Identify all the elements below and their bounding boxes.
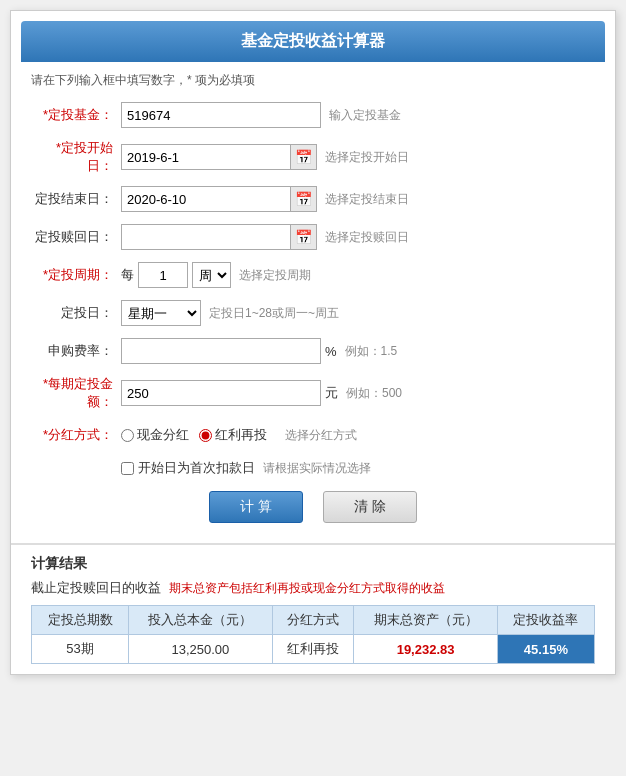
end-date-hint: 选择定投结束日: [325, 191, 409, 208]
start-date-hint: 选择定投开始日: [325, 149, 409, 166]
first-day-checkbox-label[interactable]: 开始日为首次扣款日: [121, 459, 255, 477]
dividend-row: 分红方式： 现金分红 红利再投 选择分红方式: [31, 421, 595, 449]
dividend-hint: 选择分红方式: [285, 427, 357, 444]
col-principal: 投入总本金（元）: [129, 606, 272, 635]
fund-hint: 输入定投基金: [329, 107, 401, 124]
start-date-input[interactable]: [121, 144, 291, 170]
result-title: 计算结果: [31, 555, 595, 573]
first-day-label: 开始日为首次扣款日: [138, 459, 255, 477]
fee-input[interactable]: [121, 338, 321, 364]
redeem-date-input[interactable]: [121, 224, 291, 250]
invest-day-label: 定投日：: [31, 304, 121, 322]
checkbox-hint: 请根据实际情况选择: [263, 460, 371, 477]
result-subtitle-desc: 期末总资产包括红利再投或现金分红方式取得的收益: [169, 580, 445, 597]
end-date-input[interactable]: [121, 186, 291, 212]
end-date-label: 定投结束日：: [31, 190, 121, 208]
col-periods: 定投总期数: [32, 606, 129, 635]
hint-text: 请在下列输入框中填写数字，* 项为必填项: [31, 72, 595, 89]
period-number-input[interactable]: [138, 262, 188, 288]
dividend-cash-option[interactable]: 现金分红: [121, 426, 189, 444]
button-row: 计 算 清 除: [31, 491, 595, 523]
fund-input[interactable]: [121, 102, 321, 128]
start-date-label: 定投开始日：: [31, 139, 121, 175]
invest-day-hint: 定投日1~28或周一~周五: [209, 305, 339, 322]
invest-day-row: 定投日： 星期一 星期二 星期三 星期四 星期五 定投日1~28或周一~周五: [31, 299, 595, 327]
cell-principal: 13,250.00: [129, 635, 272, 664]
result-table: 定投总期数 投入总本金（元） 分红方式 期末总资产（元） 定投收益率 53期 1…: [31, 605, 595, 664]
redeem-date-calendar-btn[interactable]: 📅: [291, 224, 317, 250]
amount-label: 每期定投金额：: [31, 375, 121, 411]
dividend-cash-label: 现金分红: [137, 426, 189, 444]
redeem-date-label: 定投赎回日：: [31, 228, 121, 246]
fund-row: 定投基金： 输入定投基金: [31, 101, 595, 129]
dividend-cash-radio[interactable]: [121, 429, 134, 442]
amount-hint: 例如：500: [346, 385, 402, 402]
end-date-row: 定投结束日： 📅 选择定投结束日: [31, 185, 595, 213]
first-day-checkbox-row: 开始日为首次扣款日 请根据实际情况选择: [121, 459, 595, 477]
redeem-date-row: 定投赎回日： 📅 选择定投赎回日: [31, 223, 595, 251]
period-prefix: 每: [121, 266, 134, 284]
end-date-calendar-btn[interactable]: 📅: [291, 186, 317, 212]
col-assets: 期末总资产（元）: [354, 606, 497, 635]
result-subtitle-row: 截止定投赎回日的收益 期末总资产包括红利再投或现金分红方式取得的收益: [31, 579, 595, 597]
dividend-label: 分红方式：: [31, 426, 121, 444]
period-row: 定投周期： 每 日 周 月 选择定投周期: [31, 261, 595, 289]
fee-unit: %: [325, 344, 337, 359]
period-unit-select[interactable]: 日 周 月: [192, 262, 231, 288]
fee-hint: 例如：1.5: [345, 343, 398, 360]
fund-label: 定投基金：: [31, 106, 121, 124]
fee-label: 申购费率：: [31, 342, 121, 360]
redeem-date-hint: 选择定投赎回日: [325, 229, 409, 246]
result-subtitle-label: 截止定投赎回日的收益: [31, 579, 161, 597]
start-date-calendar-btn[interactable]: 📅: [291, 144, 317, 170]
result-section: 计算结果 截止定投赎回日的收益 期末总资产包括红利再投或现金分红方式取得的收益 …: [11, 543, 615, 674]
calc-button[interactable]: 计 算: [209, 491, 303, 523]
cell-rate: 45.15%: [497, 635, 594, 664]
table-row: 53期 13,250.00 红利再投 19,232.83 45.15%: [32, 635, 595, 664]
amount-unit: 元: [325, 384, 338, 402]
col-dividend: 分红方式: [272, 606, 354, 635]
fee-row: 申购费率： % 例如：1.5: [31, 337, 595, 365]
amount-row: 每期定投金额： 元 例如：500: [31, 375, 595, 411]
page-title: 基金定投收益计算器: [21, 21, 605, 62]
period-label: 定投周期：: [31, 266, 121, 284]
cell-total-assets: 19,232.83: [354, 635, 497, 664]
amount-input[interactable]: [121, 380, 321, 406]
period-hint: 选择定投周期: [239, 267, 311, 284]
start-date-row: 定投开始日： 📅 选择定投开始日: [31, 139, 595, 175]
first-day-checkbox[interactable]: [121, 462, 134, 475]
cell-dividend-mode: 红利再投: [272, 635, 354, 664]
invest-day-select[interactable]: 星期一 星期二 星期三 星期四 星期五: [121, 300, 201, 326]
clear-button[interactable]: 清 除: [323, 491, 417, 523]
cell-periods: 53期: [32, 635, 129, 664]
dividend-reinvest-label: 红利再投: [215, 426, 267, 444]
col-rate: 定投收益率: [497, 606, 594, 635]
dividend-reinvest-radio[interactable]: [199, 429, 212, 442]
table-header-row: 定投总期数 投入总本金（元） 分红方式 期末总资产（元） 定投收益率: [32, 606, 595, 635]
dividend-reinvest-option[interactable]: 红利再投: [199, 426, 267, 444]
